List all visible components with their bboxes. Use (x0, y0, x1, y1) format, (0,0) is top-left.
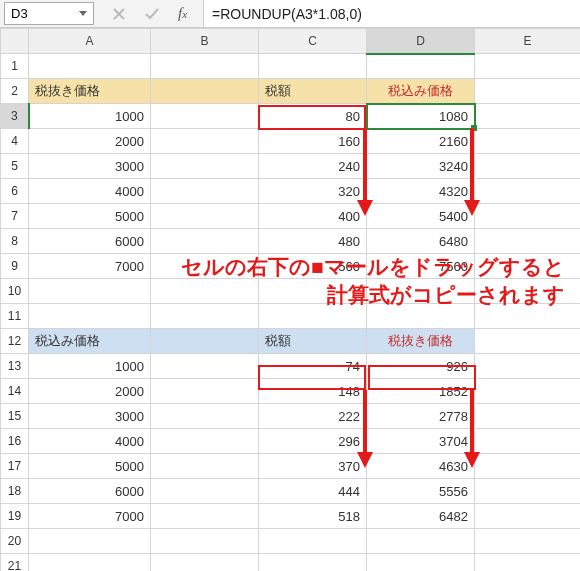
cell[interactable]: 3000 (29, 154, 151, 179)
cell[interactable] (367, 529, 475, 554)
select-all-corner[interactable] (1, 29, 29, 54)
name-box[interactable]: D3 (4, 2, 94, 25)
cell[interactable] (151, 129, 259, 154)
cell[interactable]: 160 (259, 129, 367, 154)
cell[interactable] (475, 379, 581, 404)
row-header[interactable]: 6 (1, 179, 29, 204)
cell[interactable]: 1000 (29, 354, 151, 379)
cell[interactable]: 3704 (367, 429, 475, 454)
cell[interactable] (475, 554, 581, 572)
cell[interactable]: 240 (259, 154, 367, 179)
cell[interactable] (151, 179, 259, 204)
cell[interactable]: 320 (259, 179, 367, 204)
cell[interactable] (29, 554, 151, 572)
cell[interactable]: 2778 (367, 404, 475, 429)
cell[interactable] (259, 54, 367, 79)
cell[interactable] (29, 529, 151, 554)
row-header[interactable]: 19 (1, 504, 29, 529)
cell[interactable] (475, 179, 581, 204)
cell[interactable] (151, 554, 259, 572)
cell[interactable] (367, 54, 475, 79)
header-tax-amount[interactable]: 税額 (259, 329, 367, 354)
col-header-D[interactable]: D (367, 29, 475, 54)
cell[interactable] (475, 479, 581, 504)
cell[interactable]: 5556 (367, 479, 475, 504)
cell[interactable] (151, 229, 259, 254)
cell[interactable] (475, 104, 581, 129)
cell[interactable] (151, 79, 259, 104)
formula-input[interactable]: =ROUNDUP(A3*1.08,0) (203, 0, 580, 27)
header-tax-exclusive[interactable]: 税抜き価格 (29, 79, 151, 104)
cell[interactable] (259, 529, 367, 554)
cell[interactable]: 6480 (367, 229, 475, 254)
cell[interactable]: 4000 (29, 179, 151, 204)
row-header[interactable]: 1 (1, 54, 29, 79)
cell[interactable] (475, 154, 581, 179)
cell[interactable]: 4000 (29, 429, 151, 454)
confirm-icon[interactable] (144, 7, 160, 21)
cell[interactable] (475, 54, 581, 79)
cell[interactable] (151, 54, 259, 79)
row-header[interactable]: 17 (1, 454, 29, 479)
cell[interactable] (475, 204, 581, 229)
row-header[interactable]: 13 (1, 354, 29, 379)
cell[interactable]: 6000 (29, 479, 151, 504)
cell[interactable]: 3000 (29, 404, 151, 429)
row-header[interactable]: 12 (1, 329, 29, 354)
cell[interactable]: 74 (259, 354, 367, 379)
cell[interactable]: 1000 (29, 104, 151, 129)
cell[interactable]: 148 (259, 379, 367, 404)
cell[interactable]: 2000 (29, 379, 151, 404)
row-header[interactable]: 20 (1, 529, 29, 554)
col-header-C[interactable]: C (259, 29, 367, 54)
cell[interactable]: 6482 (367, 504, 475, 529)
cell[interactable] (475, 229, 581, 254)
cell[interactable]: 400 (259, 204, 367, 229)
cell[interactable] (151, 404, 259, 429)
row-header[interactable]: 8 (1, 229, 29, 254)
header-tax-amount[interactable]: 税額 (259, 79, 367, 104)
row-header[interactable]: 3 (1, 104, 29, 129)
row-header[interactable]: 7 (1, 204, 29, 229)
cell[interactable]: 296 (259, 429, 367, 454)
cell[interactable] (151, 204, 259, 229)
cell[interactable]: 5400 (367, 204, 475, 229)
cell[interactable] (475, 404, 581, 429)
cell[interactable]: 80 (259, 104, 367, 129)
cell[interactable]: 6000 (29, 229, 151, 254)
row-header[interactable]: 16 (1, 429, 29, 454)
cell[interactable]: 518 (259, 504, 367, 529)
cell[interactable]: 4630 (367, 454, 475, 479)
cell[interactable]: 480 (259, 229, 367, 254)
header-tax-exclusive[interactable]: 税抜き価格 (367, 329, 475, 354)
cell[interactable] (475, 329, 581, 354)
cell[interactable] (151, 329, 259, 354)
cell[interactable] (151, 529, 259, 554)
header-tax-inclusive[interactable]: 税込み価格 (29, 329, 151, 354)
active-cell[interactable]: 1080 (367, 104, 475, 129)
cell[interactable] (475, 129, 581, 154)
cell[interactable]: 926 (367, 354, 475, 379)
chevron-down-icon[interactable] (79, 11, 87, 16)
row-header[interactable]: 5 (1, 154, 29, 179)
cell[interactable] (151, 354, 259, 379)
cancel-icon[interactable] (112, 7, 126, 21)
cell[interactable] (475, 454, 581, 479)
cell[interactable]: 7000 (29, 504, 151, 529)
cell[interactable] (475, 529, 581, 554)
col-header-B[interactable]: B (151, 29, 259, 54)
row-header[interactable]: 2 (1, 79, 29, 104)
cell[interactable]: 444 (259, 479, 367, 504)
col-header-A[interactable]: A (29, 29, 151, 54)
row-header[interactable]: 15 (1, 404, 29, 429)
cell[interactable]: 1852 (367, 379, 475, 404)
cell[interactable] (29, 54, 151, 79)
cell[interactable]: 370 (259, 454, 367, 479)
header-tax-inclusive[interactable]: 税込み価格 (367, 79, 475, 104)
cell[interactable] (151, 454, 259, 479)
row-header[interactable]: 14 (1, 379, 29, 404)
cell[interactable]: 4320 (367, 179, 475, 204)
col-header-E[interactable]: E (475, 29, 581, 54)
row-header[interactable]: 21 (1, 554, 29, 572)
cell[interactable] (151, 479, 259, 504)
